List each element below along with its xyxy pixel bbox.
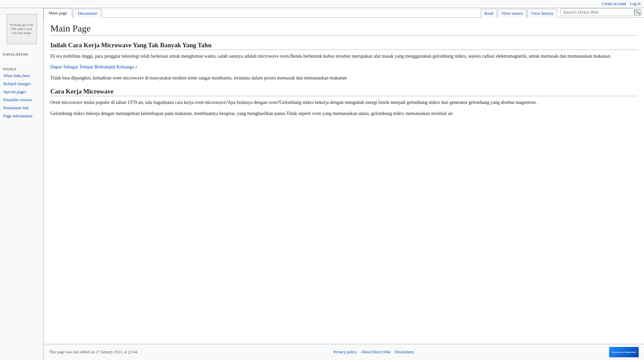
sidebar-item-related-changes[interactable]: Related changes — [0, 80, 43, 88]
logo-image: Set $wgLogo to the URL path to your own … — [7, 14, 37, 44]
last-edited-text: This page was last edited on 27 January … — [49, 350, 138, 354]
privacy-policy-link[interactable]: Privacy policy — [333, 350, 357, 355]
sidebar-item-printable-version[interactable]: Printable version — [0, 96, 43, 104]
sidebar: Set $wgLogo to the URL path to your own … — [0, 8, 44, 360]
sidebar-navigation: Navigation — [0, 51, 43, 62]
navigation-title: Navigation — [0, 51, 43, 57]
footer: This page was last edited on 27 January … — [44, 344, 644, 360]
main-layout: Set $wgLogo to the URL path to your own … — [0, 8, 644, 360]
sidebar-item-help[interactable] — [0, 61, 43, 62]
page-content: Main Page Inilah Cara Kerja Microwave Ya… — [44, 18, 644, 344]
section1-paragraph1: Di era mobilitas tinggi, para penggiat t… — [50, 53, 637, 60]
tab-discussion[interactable]: Discussion — [73, 9, 102, 18]
section1-paragraph2: Tidak bisa dipungkiri, kehadiran oven mi… — [50, 74, 637, 82]
section1-link[interactable]: Dapur Sebagai Tempat Berkumpul Keluarga — [50, 64, 137, 69]
sidebar-logo: Set $wgLogo to the URL path to your own … — [0, 11, 43, 47]
sidebar-tools: Tools What links here Related changes Sp… — [0, 66, 43, 120]
content-wrap: Main page Discussion Read View source Vi… — [44, 8, 644, 360]
section2-heading: Cara Kerja Microwave — [50, 88, 637, 96]
mediawiki-badge: Powered by MediaWiki — [609, 347, 639, 357]
sidebar-item-page-information[interactable]: Page information — [0, 112, 43, 120]
sidebar-item-special-pages[interactable]: Special pages — [0, 88, 43, 96]
section1-heading: Inilah Cara Kerja Microwave Yang Tak Ban… — [50, 42, 637, 50]
search-box: 🔍 — [560, 8, 641, 16]
search-button[interactable]: 🔍 — [634, 9, 641, 15]
tab-view-history[interactable]: View history — [527, 9, 557, 18]
footer-right: Powered by MediaWiki — [609, 347, 639, 357]
disclaimers-link[interactable]: Disclaimers — [395, 350, 414, 355]
tab-main-page[interactable]: Main page — [44, 8, 72, 18]
sidebar-item-permanent-link[interactable]: Permanent link — [0, 104, 43, 112]
tab-read[interactable]: Read — [481, 9, 497, 18]
tabs-left: Main page Discussion — [44, 8, 103, 17]
sidebar-item-what-links-here[interactable]: What links here — [0, 72, 43, 80]
tab-view-source[interactable]: View source — [498, 9, 527, 18]
section2-paragraph2: Gelombang mikro bekerja dengan menargetk… — [50, 110, 637, 117]
about-link[interactable]: About Direct Wiki — [361, 350, 391, 355]
top-bar: Create account Log in — [0, 0, 644, 8]
footer-left: This page was last edited on 27 January … — [49, 350, 138, 355]
footer-links: Privacy policy About Direct Wiki Disclai… — [333, 350, 414, 355]
create-account-link[interactable]: Create account — [602, 1, 626, 6]
page-title: Main Page — [50, 23, 637, 36]
tab-bar: Main page Discussion Read View source Vi… — [44, 8, 644, 18]
mediawiki-icon: Powered by MediaWiki — [609, 347, 639, 357]
section2-paragraph1: Oven microwave mulai populer di tahun 19… — [50, 99, 637, 106]
search-input[interactable] — [560, 8, 634, 16]
tools-title: Tools — [0, 66, 43, 72]
login-link[interactable]: Log in — [630, 1, 641, 6]
mediawiki-label: Powered by MediaWiki — [611, 350, 637, 354]
tabs-right: Read View source View history 🔍 — [480, 8, 644, 17]
